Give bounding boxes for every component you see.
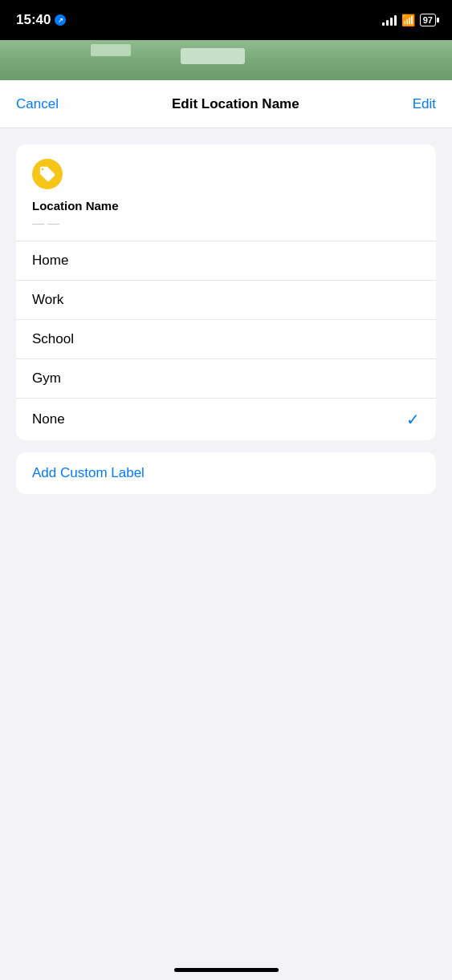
list-item-none-label: None [32, 411, 65, 427]
list-item-gym[interactable]: Gym [16, 359, 436, 399]
add-custom-label-button[interactable]: Add Custom Label [16, 452, 436, 494]
list-item-school-label: School [32, 331, 74, 347]
location-header: Location Name — — [16, 144, 436, 241]
list-item-work-label: Work [32, 292, 63, 308]
time-display: 15:40 [16, 12, 51, 28]
list-item-none[interactable]: None ✓ [16, 399, 436, 440]
checkmark-icon: ✓ [406, 410, 420, 429]
edit-button[interactable]: Edit [413, 96, 436, 112]
map-preview [0, 40, 452, 80]
status-icons: 📶 97 [382, 14, 436, 26]
add-custom-label-text: Add Custom Label [32, 465, 145, 480]
battery-level: 97 [423, 15, 433, 25]
list-item-work[interactable]: Work [16, 281, 436, 320]
location-name-label: Location Name [32, 199, 420, 213]
home-indicator [174, 968, 279, 972]
list-item-home[interactable]: Home [16, 241, 436, 281]
status-time: 15:40 [16, 12, 66, 28]
list-item-gym-label: Gym [32, 371, 61, 387]
status-bar: 15:40 📶 97 [0, 0, 452, 40]
list-item-school[interactable]: School [16, 320, 436, 359]
tag-icon [32, 159, 63, 189]
nav-bar: Cancel Edit Location Name Edit [0, 80, 452, 128]
wifi-icon: 📶 [401, 14, 415, 26]
location-icon [55, 14, 66, 26]
page-title: Edit Location Name [172, 96, 299, 112]
location-card: Location Name — — Home Work School Gym N… [16, 144, 436, 440]
cancel-button[interactable]: Cancel [16, 96, 59, 112]
location-name-value: — — [32, 216, 420, 229]
battery-icon: 97 [420, 14, 436, 26]
tag-svg [39, 165, 56, 183]
signal-icon [382, 14, 397, 26]
list-item-home-label: Home [32, 253, 68, 269]
content-area: Location Name — — Home Work School Gym N… [0, 128, 452, 510]
